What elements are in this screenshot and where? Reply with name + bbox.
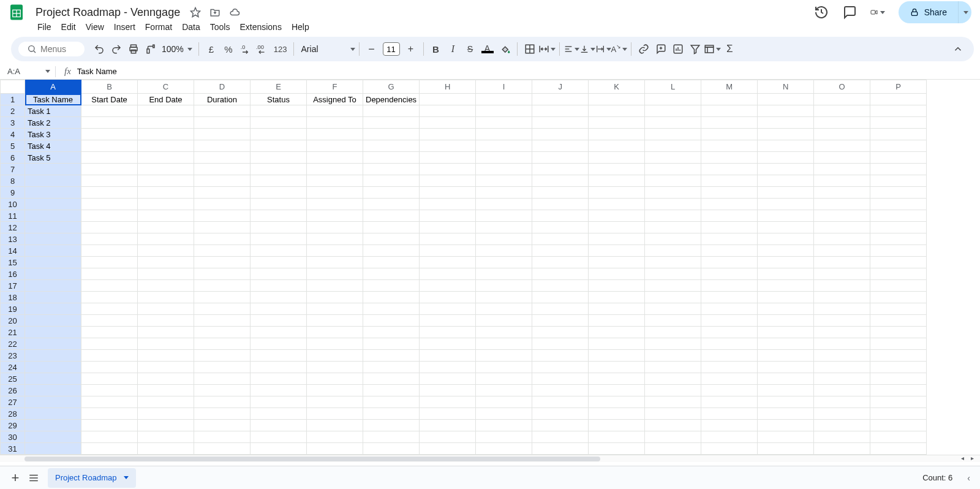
cell-K27[interactable] [589, 396, 645, 408]
cell-C2[interactable] [138, 105, 194, 117]
cell-B17[interactable] [81, 280, 138, 292]
cell-F28[interactable] [307, 408, 363, 420]
cell-J2[interactable] [532, 105, 589, 117]
cell-D28[interactable] [194, 408, 251, 420]
cell-O10[interactable] [814, 199, 870, 210]
cell-I12[interactable] [476, 222, 532, 233]
cell-B24[interactable] [81, 362, 138, 373]
cell-B11[interactable] [81, 210, 138, 222]
all-sheets-button[interactable] [24, 469, 43, 487]
cell-B31[interactable] [81, 443, 138, 455]
cell-B26[interactable] [81, 385, 138, 396]
cell-B27[interactable] [81, 396, 138, 408]
cell-O25[interactable] [814, 373, 870, 385]
cell-P16[interactable] [870, 268, 927, 280]
cell-J28[interactable] [532, 408, 589, 420]
cell-C26[interactable] [138, 385, 194, 396]
align-button[interactable] [564, 40, 579, 58]
cell-G11[interactable] [363, 210, 420, 222]
cell-I23[interactable] [476, 350, 532, 362]
row-header-28[interactable]: 28 [1, 408, 25, 420]
cell-N4[interactable] [758, 129, 814, 140]
cell-P26[interactable] [870, 385, 927, 396]
cell-E28[interactable] [251, 408, 307, 420]
cell-N18[interactable] [758, 292, 814, 303]
history-icon[interactable] [814, 5, 829, 20]
cell-L14[interactable] [645, 245, 701, 257]
cell-F15[interactable] [307, 257, 363, 268]
cell-C22[interactable] [138, 338, 194, 350]
cell-M4[interactable] [701, 129, 758, 140]
column-header-G[interactable]: G [363, 80, 420, 94]
cell-A31[interactable] [25, 443, 81, 455]
cell-J10[interactable] [532, 199, 589, 210]
cell-C31[interactable] [138, 443, 194, 455]
cell-H29[interactable] [420, 420, 476, 431]
cell-C29[interactable] [138, 420, 194, 431]
cell-E25[interactable] [251, 373, 307, 385]
cell-L1[interactable] [645, 94, 701, 105]
cell-C30[interactable] [138, 431, 194, 443]
cell-M3[interactable] [701, 117, 758, 129]
cell-K6[interactable] [589, 152, 645, 164]
cell-F12[interactable] [307, 222, 363, 233]
increase-decimal-button[interactable]: .00 [254, 40, 271, 58]
cell-O3[interactable] [814, 117, 870, 129]
cell-P25[interactable] [870, 373, 927, 385]
cell-F14[interactable] [307, 245, 363, 257]
cell-M24[interactable] [701, 362, 758, 373]
borders-button[interactable] [521, 40, 538, 58]
cell-H5[interactable] [420, 140, 476, 152]
cell-P12[interactable] [870, 222, 927, 233]
cell-I17[interactable] [476, 280, 532, 292]
cell-N16[interactable] [758, 268, 814, 280]
move-icon[interactable] [209, 7, 221, 18]
cell-O29[interactable] [814, 420, 870, 431]
cell-E5[interactable] [251, 140, 307, 152]
column-header-C[interactable]: C [138, 80, 194, 94]
cell-P8[interactable] [870, 175, 927, 187]
row-header-7[interactable]: 7 [1, 164, 25, 175]
cell-K3[interactable] [589, 117, 645, 129]
cell-O13[interactable] [814, 233, 870, 245]
cell-P10[interactable] [870, 199, 927, 210]
cell-P30[interactable] [870, 431, 927, 443]
cell-B1[interactable]: Start Date [81, 94, 138, 105]
cell-G21[interactable] [363, 327, 420, 338]
document-title[interactable]: Project Roadmap - Venngage [33, 5, 183, 20]
row-header-18[interactable]: 18 [1, 292, 25, 303]
cell-I21[interactable] [476, 327, 532, 338]
cell-F29[interactable] [307, 420, 363, 431]
cell-B21[interactable] [81, 327, 138, 338]
cell-H19[interactable] [420, 303, 476, 315]
cell-L18[interactable] [645, 292, 701, 303]
sheets-app-icon[interactable] [6, 2, 27, 23]
cell-I7[interactable] [476, 164, 532, 175]
cell-C18[interactable] [138, 292, 194, 303]
column-header-L[interactable]: L [645, 80, 701, 94]
cell-J16[interactable] [532, 268, 589, 280]
cell-A29[interactable] [25, 420, 81, 431]
cell-K11[interactable] [589, 210, 645, 222]
cell-L26[interactable] [645, 385, 701, 396]
cell-P21[interactable] [870, 327, 927, 338]
cell-M26[interactable] [701, 385, 758, 396]
menu-file[interactable]: File [33, 21, 56, 33]
row-header-24[interactable]: 24 [1, 362, 25, 373]
cell-B29[interactable] [81, 420, 138, 431]
cell-K1[interactable] [589, 94, 645, 105]
rotate-text-button[interactable]: A↘ [611, 40, 628, 58]
cell-H17[interactable] [420, 280, 476, 292]
cell-N27[interactable] [758, 396, 814, 408]
cell-G19[interactable] [363, 303, 420, 315]
cell-N21[interactable] [758, 327, 814, 338]
cell-P19[interactable] [870, 303, 927, 315]
cell-G26[interactable] [363, 385, 420, 396]
cell-F19[interactable] [307, 303, 363, 315]
name-box[interactable]: A:A [0, 67, 55, 76]
cell-I11[interactable] [476, 210, 532, 222]
cell-K20[interactable] [589, 315, 645, 327]
cell-E30[interactable] [251, 431, 307, 443]
cell-P23[interactable] [870, 350, 927, 362]
cell-E8[interactable] [251, 175, 307, 187]
